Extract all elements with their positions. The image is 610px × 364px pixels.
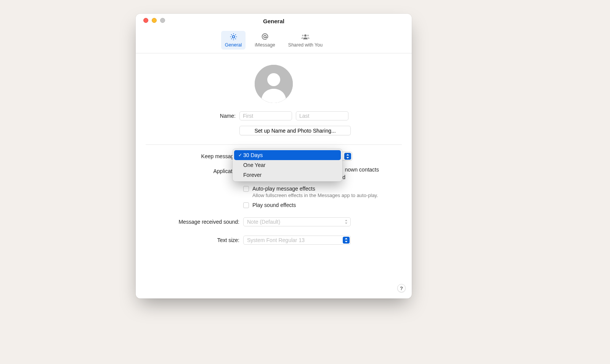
help-button[interactable]: ? xyxy=(397,284,406,292)
tab-shared-with-you-label: Shared with You xyxy=(288,42,323,48)
autoplay-effects-checkbox[interactable] xyxy=(243,186,249,192)
keep-option-forever-label: Forever xyxy=(243,172,262,178)
question-mark-icon: ? xyxy=(400,285,403,291)
preferences-toolbar: General iMessage xyxy=(136,30,412,53)
notify-unknown-contacts-partial-label: nown contacts xyxy=(345,167,379,173)
tab-shared-with-you[interactable]: Shared with You xyxy=(284,31,326,50)
text-size-label: Text size: xyxy=(217,237,239,243)
tab-imessage-label: iMessage xyxy=(255,42,275,48)
minimize-window-button[interactable] xyxy=(152,18,157,23)
tab-general-label: General xyxy=(225,42,242,48)
svg-point-4 xyxy=(307,35,309,36)
preferences-window: General General iMessage xyxy=(136,14,412,298)
checkmark-icon: ✓ xyxy=(237,152,243,158)
text-size-value: System Font Regular 13 xyxy=(247,237,305,243)
person-silhouette-icon xyxy=(255,65,293,103)
first-name-input[interactable] xyxy=(239,111,292,120)
play-sound-effects-checkbox[interactable] xyxy=(243,202,249,208)
play-sound-effects-label: Play sound effects xyxy=(252,202,296,208)
keep-option-forever[interactable]: Forever xyxy=(234,170,341,180)
titlebar: General xyxy=(136,14,412,30)
text-size-select[interactable]: System Font Regular 13 xyxy=(243,236,351,245)
svg-point-6 xyxy=(267,73,280,86)
general-pane: Name: Set up Name and Photo Sharing... K… xyxy=(136,53,412,245)
svg-point-3 xyxy=(302,35,303,36)
zoom-window-button[interactable] xyxy=(160,18,165,23)
svg-point-0 xyxy=(232,35,234,38)
profile-avatar[interactable] xyxy=(255,65,293,103)
close-window-button[interactable] xyxy=(143,18,148,23)
tab-general[interactable]: General xyxy=(221,31,246,50)
keep-messages-dropdown: ✓ 30 Days One Year Forever xyxy=(233,149,342,181)
autoplay-effects-sublabel: Allow fullscreen effects in the Messages… xyxy=(252,192,402,198)
name-label: Name: xyxy=(146,113,236,119)
keep-option-one-year-label: One Year xyxy=(243,162,265,168)
svg-point-2 xyxy=(304,34,307,37)
tab-imessage[interactable]: iMessage xyxy=(251,31,279,50)
keep-option-30-days[interactable]: ✓ 30 Days xyxy=(234,150,341,160)
message-received-sound-value: Note (Default) xyxy=(247,219,280,225)
keep-option-30-days-label: 30 Days xyxy=(243,152,263,158)
message-received-sound-label: Message received sound: xyxy=(178,219,239,225)
message-received-sound-select[interactable]: Note (Default) xyxy=(243,217,351,226)
stepper-arrows-icon xyxy=(344,153,351,160)
svg-point-1 xyxy=(264,35,266,38)
setup-name-photo-sharing-button[interactable]: Set up Name and Photo Sharing... xyxy=(239,126,351,135)
window-controls xyxy=(143,18,165,23)
window-title: General xyxy=(136,14,412,25)
stepper-arrows-icon xyxy=(343,237,350,244)
at-sign-icon xyxy=(260,32,270,41)
keep-option-one-year[interactable]: One Year xyxy=(234,160,341,170)
gear-icon xyxy=(229,32,238,41)
autoplay-effects-label: Auto-play message effects xyxy=(252,186,315,192)
stepper-arrows-icon xyxy=(343,218,350,225)
last-name-input[interactable] xyxy=(296,111,348,120)
people-icon xyxy=(301,32,310,41)
